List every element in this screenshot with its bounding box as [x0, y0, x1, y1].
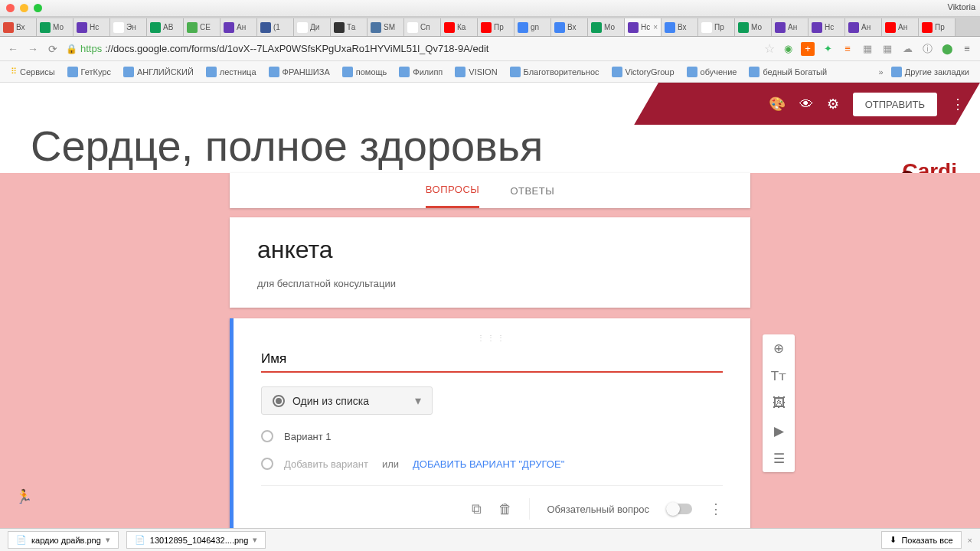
file-icon: 📄 — [16, 535, 27, 545]
star-icon[interactable]: ☆ — [764, 41, 775, 56]
header-title: Сердце, полное здоровья — [31, 121, 543, 171]
tab[interactable]: Вх — [0, 18, 37, 36]
tab-active[interactable]: Нс× — [625, 18, 662, 36]
lock-icon: 🔒 — [66, 44, 77, 54]
close-icon[interactable]: × — [968, 536, 972, 545]
required-label: Обязательный вопрос — [547, 504, 649, 515]
tab-answers[interactable]: ОТВЕТЫ — [510, 174, 554, 207]
question-type-select[interactable]: Один из списка ▾ — [261, 386, 433, 415]
question-title-input[interactable] — [261, 347, 723, 373]
option-text[interactable]: Вариант 1 — [284, 431, 332, 442]
tab[interactable]: Пр — [478, 18, 514, 36]
ext-icon[interactable]: ◉ — [781, 42, 795, 56]
chevron-down-icon: ▾ — [415, 393, 421, 408]
bookmark[interactable]: АНГЛИЙСКИЙ — [119, 65, 198, 79]
ext-icon[interactable]: ▦ — [861, 42, 874, 56]
tab[interactable]: Ан — [772, 18, 808, 36]
nav-forward[interactable]: → — [26, 42, 40, 56]
tab[interactable]: Мо — [588, 18, 625, 36]
ext-icon[interactable]: ✦ — [821, 42, 835, 56]
duplicate-icon[interactable]: ⧉ — [472, 501, 482, 517]
download-item[interactable]: 📄 13012895_1046432....png ▾ — [126, 531, 266, 549]
tab[interactable]: Ди — [294, 18, 331, 36]
hangouts-icon[interactable]: 🏃 — [15, 488, 32, 505]
bookmark[interactable]: обучение — [682, 65, 742, 79]
radio-icon — [261, 430, 273, 442]
ext-icon[interactable]: ☁ — [900, 42, 914, 56]
tab[interactable]: АВ — [147, 18, 184, 36]
tab[interactable]: Мо — [37, 18, 74, 36]
menu-icon[interactable]: ≡ — [960, 42, 974, 56]
settings-icon[interactable]: ⚙ — [827, 96, 839, 112]
tab[interactable]: SM — [368, 18, 404, 36]
ext-icon[interactable]: + — [801, 42, 815, 56]
add-video-icon[interactable]: ▶ — [763, 417, 795, 445]
tab[interactable]: Мо — [735, 18, 772, 36]
tab[interactable]: Сп — [404, 18, 441, 36]
file-icon: 📄 — [135, 535, 145, 545]
add-other-option[interactable]: ДОБАВИТЬ ВАРИАНТ "ДРУГОЕ" — [413, 458, 564, 470]
tab[interactable]: Эн — [110, 18, 147, 36]
add-title-icon[interactable]: Tᴛ — [763, 362, 795, 390]
tab[interactable]: Пр — [698, 18, 735, 36]
tab-questions[interactable]: ВОПРОСЫ — [426, 173, 480, 208]
add-option[interactable]: Добавить вариант — [284, 458, 368, 470]
back-arrow-icon[interactable]: ← — [15, 96, 31, 113]
other-bookmarks[interactable]: Другие закладки — [887, 65, 974, 79]
tab[interactable]: Ан — [220, 18, 257, 36]
ext-icon[interactable]: ▦ — [880, 42, 894, 56]
drag-handle-icon[interactable]: ⋮⋮⋮ — [261, 334, 723, 342]
tab[interactable]: Вх — [551, 18, 588, 36]
form-title[interactable]: анкета — [257, 236, 723, 264]
preview-icon[interactable]: 👁 — [799, 96, 813, 112]
tab[interactable]: Нс — [808, 18, 845, 36]
bookmark[interactable]: VictoryGroup — [607, 65, 679, 79]
ext-icon[interactable]: ⬤ — [940, 42, 954, 56]
tab[interactable]: gn — [514, 18, 551, 36]
nav-back[interactable]: ← — [6, 42, 20, 56]
nav-reload[interactable]: ⟳ — [46, 42, 60, 56]
bookmark[interactable]: помощь — [338, 65, 392, 79]
bookmark[interactable]: лестница — [201, 65, 261, 79]
form-description[interactable]: для бесплатной консультации — [257, 278, 723, 289]
form-name[interactable]: Новая форма — [44, 96, 127, 112]
send-button[interactable]: ОТПРАВИТЬ — [853, 93, 937, 116]
radio-icon — [273, 395, 285, 407]
window-close[interactable] — [6, 4, 15, 12]
bookmark[interactable]: ГетКурс — [63, 65, 116, 79]
tab[interactable]: Ан — [845, 18, 882, 36]
bookmark[interactable]: Филипп — [394, 65, 447, 79]
more-icon[interactable]: ⋮ — [709, 500, 723, 517]
apps-button[interactable]: ⠿Сервисы — [6, 65, 60, 78]
bookmark[interactable]: VISION — [450, 65, 501, 79]
bookmark[interactable]: бедный Богатый — [744, 65, 831, 79]
add-question-icon[interactable]: ⊕ — [763, 334, 795, 362]
palette-icon[interactable]: 🎨 — [769, 96, 786, 112]
saving-status: Сохранение... — [141, 99, 201, 109]
bookmark[interactable]: ФРАНШИЗА — [264, 65, 335, 79]
tab[interactable]: Ан — [882, 18, 919, 36]
ext-icon[interactable]: ≡ — [841, 42, 854, 56]
user-label: Viktoria — [948, 2, 975, 11]
add-image-icon[interactable]: 🖼 — [763, 390, 795, 417]
tab[interactable]: Та — [331, 18, 368, 36]
tab[interactable]: Пр — [919, 18, 956, 36]
show-all-downloads[interactable]: ⬇Показать все — [881, 531, 961, 549]
window-max[interactable] — [34, 4, 42, 12]
window-min[interactable] — [20, 4, 28, 12]
more-icon[interactable]: ⋮ — [951, 96, 965, 112]
bookmark[interactable]: Благотворительнос — [505, 65, 604, 79]
radio-icon — [261, 458, 273, 470]
delete-icon[interactable]: 🗑 — [498, 501, 512, 517]
tab[interactable]: Нс — [74, 18, 110, 36]
add-section-icon[interactable]: ☰ — [763, 445, 795, 472]
required-toggle[interactable] — [666, 504, 692, 514]
tab[interactable]: (1 — [257, 18, 294, 36]
tab[interactable]: Ка — [441, 18, 478, 36]
tab[interactable]: СЕ — [184, 18, 220, 36]
download-item[interactable]: 📄 кардио драйв.png ▾ — [8, 531, 119, 549]
tab[interactable]: Вх — [662, 18, 698, 36]
browser-tabs: Вх Мо Нс Эн АВ СЕ Ан (1 Ди Та SM Сп Ка П… — [0, 17, 980, 37]
ext-icon[interactable]: ⓘ — [920, 42, 934, 56]
address-bar[interactable]: 🔒 https://docs.google.com/forms/d/1ovX--… — [66, 43, 758, 54]
